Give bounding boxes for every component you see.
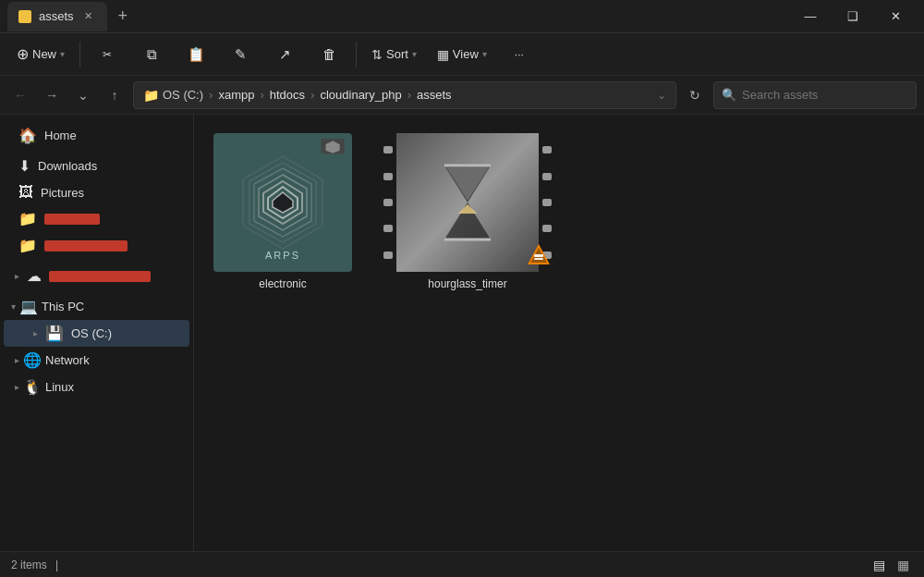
sidebar-item-cloud-expand[interactable]: ▸ ☁ <box>4 263 189 289</box>
file-grid: ARPS electronic <box>209 129 909 294</box>
film-strip-left <box>380 133 396 272</box>
path-xampp: xampp <box>218 88 254 102</box>
sidebar-label-home: Home <box>44 129 77 142</box>
sidebar-label-osdrive: OS (C:) <box>71 326 112 340</box>
film-hole <box>542 225 552 232</box>
address-path[interactable]: 📁 OS (C:) › xampp › htdocs › cloudinary_… <box>133 81 676 109</box>
electronic-hex-svg <box>232 152 334 253</box>
sidebar-redacted-2 <box>44 240 128 252</box>
sort-chevron-icon: ▾ <box>412 49 417 59</box>
path-sep-1: › <box>209 88 213 102</box>
cloud-redacted <box>49 271 151 282</box>
grid-view-button[interactable]: ▦ <box>893 555 913 575</box>
path-text: OS (C:) <box>163 88 203 102</box>
path-sep-3: › <box>310 88 314 102</box>
folder-icon-2: 📁 <box>18 237 37 254</box>
electronic-thumbnail: ARPS <box>213 133 352 272</box>
file-item-electronic[interactable]: ARPS electronic <box>209 129 357 294</box>
path-cloudinary: cloudinary_php <box>320 88 401 102</box>
sidebar-label-linux: Linux <box>45 380 74 394</box>
network-expand-icon: ▸ <box>15 355 19 365</box>
sidebar-item-thispc[interactable]: ▾ 💻 This PC <box>4 293 189 320</box>
sidebar-item-osdrive[interactable]: ▸ 💾 OS (C:) <box>4 320 189 347</box>
list-view-button[interactable]: ▤ <box>869 555 889 575</box>
close-button[interactable]: ✕ <box>874 0 917 33</box>
count-label: 2 items <box>11 559 47 571</box>
film-hole <box>383 199 393 206</box>
sidebar: 🏠 Home ⬇ Downloads 🖼 Pictures 📁 📁 <box>0 115 194 551</box>
thispc-expand-icon: ▾ <box>11 301 16 312</box>
file-label-electronic: electronic <box>259 277 306 290</box>
sidebar-item-network[interactable]: ▸ 🌐 Network <box>4 347 189 374</box>
refresh-button[interactable]: ↻ <box>682 82 708 108</box>
share-button[interactable]: ↗ <box>263 37 306 72</box>
cut-button[interactable]: ✂ <box>86 37 128 72</box>
search-input[interactable] <box>742 88 908 102</box>
new-button[interactable]: ⊕ New ▾ <box>7 37 74 72</box>
sidebar-redacted-1 <box>44 214 100 225</box>
sort-button[interactable]: ⇅ Sort ▾ <box>362 37 426 72</box>
hourglass-thumbnail <box>380 133 555 272</box>
rename-button[interactable]: ✎ <box>219 37 261 72</box>
sidebar-label-downloads: Downloads <box>38 159 97 173</box>
copy-button[interactable]: ⧉ <box>130 37 173 72</box>
path-sep-2: › <box>260 88 263 102</box>
film-hole <box>383 173 393 180</box>
main-content: 🏠 Home ⬇ Downloads 🖼 Pictures 📁 📁 <box>0 115 924 551</box>
film-hole <box>542 173 552 180</box>
file-item-hourglass[interactable]: hourglass_timer <box>375 129 560 294</box>
tab-label: assets <box>39 9 74 23</box>
osdrive-expand-icon: ▸ <box>33 328 38 338</box>
sidebar-item-redacted-1[interactable]: 📁 <box>4 205 189 232</box>
file-area: ARPS electronic <box>194 115 924 551</box>
tab-bar: assets ✕ + <box>7 2 789 31</box>
new-icon: ⊕ <box>17 45 29 63</box>
rename-icon: ✎ <box>235 46 247 63</box>
osdrive-icon: 💾 <box>45 325 64 342</box>
separator-1 <box>79 42 80 68</box>
more-icon: ··· <box>515 48 524 61</box>
up-button[interactable]: ↑ <box>102 82 128 108</box>
minimize-button[interactable]: — <box>789 0 832 33</box>
arps-label: ARPS <box>265 250 300 261</box>
film-hole <box>383 225 393 232</box>
film-hole <box>542 146 552 153</box>
thispc-icon: 💻 <box>19 298 38 315</box>
sidebar-item-redacted-2[interactable]: 📁 <box>4 232 189 259</box>
sidebar-item-pictures[interactable]: 🖼 Pictures <box>4 179 189 205</box>
paste-button[interactable]: 📋 <box>175 37 217 72</box>
back-button[interactable]: ← <box>7 82 33 108</box>
copy-icon: ⧉ <box>147 46 157 63</box>
address-bar: ← → ⌄ ↑ 📁 OS (C:) › xampp › htdocs › clo… <box>0 76 924 115</box>
toolbar: ⊕ New ▾ ✂ ⧉ 📋 ✎ ↗ 🗑 ⇅ Sort ▾ ▦ View ▾ ··… <box>0 33 924 76</box>
sidebar-item-linux[interactable]: ▸ 🐧 Linux <box>4 374 189 400</box>
cloud-expand-icon: ▸ <box>15 271 19 281</box>
delete-button[interactable]: 🗑 <box>308 37 350 72</box>
more-button[interactable]: ··· <box>498 37 541 72</box>
sidebar-item-home[interactable]: 🏠 Home <box>4 122 189 149</box>
active-tab[interactable]: assets ✕ <box>7 2 107 31</box>
downloads-icon: ⬇ <box>18 157 30 175</box>
status-separator: | <box>55 559 58 571</box>
svg-rect-18 <box>534 258 543 260</box>
svg-rect-17 <box>534 254 543 257</box>
window-controls: — ❑ ✕ <box>789 0 917 33</box>
forward-button[interactable]: → <box>39 82 65 108</box>
new-tab-button[interactable]: + <box>111 3 136 30</box>
status-view-controls: ▤ ▦ <box>869 555 913 575</box>
search-icon: 🔍 <box>722 88 736 102</box>
linux-icon: 🐧 <box>23 378 42 396</box>
search-box[interactable]: 🔍 <box>713 81 917 109</box>
sidebar-item-downloads[interactable]: ⬇ Downloads <box>4 153 189 179</box>
hourglass-svg <box>440 161 495 244</box>
path-htdocs: htdocs <box>270 88 305 102</box>
small-hex-icon <box>321 139 346 155</box>
maximize-button[interactable]: ❑ <box>832 0 874 33</box>
tab-close-button[interactable]: ✕ <box>81 9 96 24</box>
path-sep-4: › <box>407 88 411 102</box>
path-assets: assets <box>417 88 452 102</box>
tab-folder-icon <box>18 10 31 23</box>
view-button[interactable]: ▦ View ▾ <box>428 37 496 72</box>
hourglass-image <box>396 133 539 272</box>
recent-button[interactable]: ⌄ <box>70 82 96 108</box>
